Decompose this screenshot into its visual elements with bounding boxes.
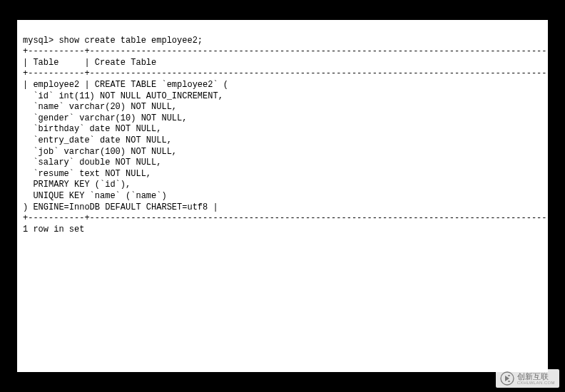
- column-def-gender: `gender` varchar(10) NOT NULL,: [23, 113, 187, 123]
- column-def-name: `name` varchar(20) NOT NULL,: [23, 102, 177, 112]
- table-border: +-----------+---------------------------…: [23, 68, 548, 78]
- table-header-row: | Table | Create Table: [23, 58, 548, 68]
- prompt: mysql>: [23, 36, 54, 46]
- engine-line: ) ENGINE=InnoDB DEFAULT CHARSET=utf8 |: [23, 202, 218, 212]
- terminal-output: mysql> show create table employee2; +---…: [17, 20, 548, 372]
- primary-key: PRIMARY KEY (`id`),: [23, 180, 131, 190]
- unique-key: UNIQUE KEY `name` (`name`): [23, 191, 167, 201]
- watermark-sub: CXHLWLAN.COM: [517, 381, 555, 385]
- table-border: +-----------+---------------------------…: [23, 213, 548, 223]
- table-data-open: | employee2 | CREATE TABLE `employee2` (: [23, 80, 228, 90]
- watermark-name: 创新互联: [517, 373, 555, 381]
- column-def-entry-date: `entry_date` date NOT NULL,: [23, 135, 172, 145]
- prompt-line: mysql> show create table employee2;: [23, 36, 203, 46]
- column-def-resume: `resume` text NOT NULL,: [23, 169, 151, 179]
- table-border: +-----------+---------------------------…: [23, 46, 548, 56]
- watermark-badge: 创新互联 CXHLWLAN.COM: [496, 369, 559, 388]
- watermark-logo-icon: [500, 371, 514, 386]
- column-def-birthday: `birthday` date NOT NULL,: [23, 124, 161, 134]
- column-def-salary: `salary` double NOT NULL,: [23, 158, 161, 167]
- column-def-job: `job` varchar(100) NOT NULL,: [23, 147, 177, 157]
- column-def-id: `id` int(11) NOT NULL AUTO_INCREMENT,: [23, 91, 223, 101]
- command: show create table employee2;: [58, 36, 203, 46]
- result-line: 1 row in set: [23, 225, 84, 234]
